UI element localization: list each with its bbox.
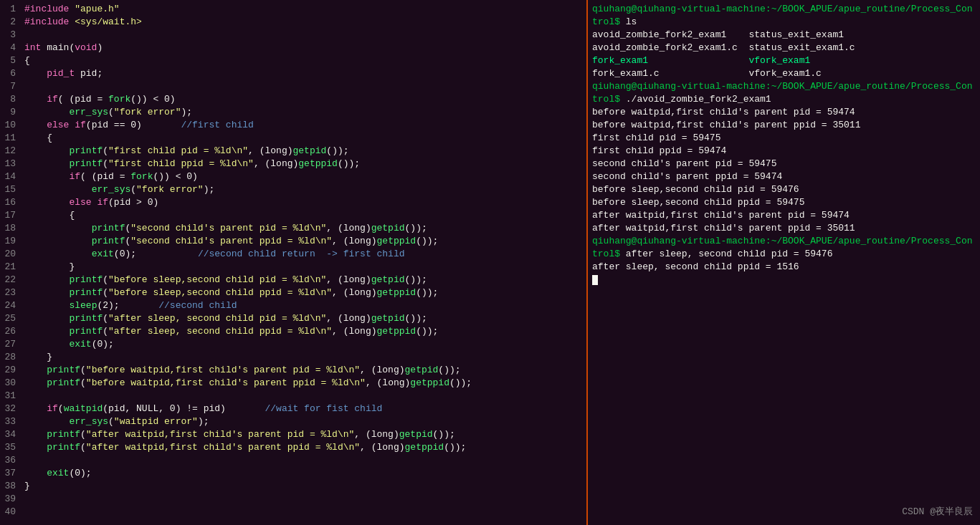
code-line: 30 printf("before waitpid,first child's … [0, 377, 586, 390]
line-number: 36 [0, 454, 22, 467]
line-content: err_sys("fork error"); [22, 106, 586, 119]
code-line: 7 [0, 80, 586, 93]
line-content: else if(pid == 0) //first child [22, 119, 586, 132]
line-number: 22 [0, 274, 22, 286]
line-content [22, 506, 586, 519]
line-number: 13 [0, 158, 22, 170]
line-content: } [22, 351, 586, 364]
code-line: 17 { [0, 209, 586, 222]
code-line: 34 printf("after waitpid,first child's p… [0, 428, 586, 441]
code-line: 29 printf("before waitpid,first child's … [0, 364, 586, 377]
line-content: #include <sys/wait.h> [22, 16, 586, 29]
line-number: 23 [0, 286, 22, 299]
line-number: 34 [0, 428, 22, 441]
line-number: 33 [0, 415, 22, 428]
line-number: 9 [0, 106, 22, 119]
line-content [22, 454, 586, 467]
line-content: printf("before sleep,second child pid = … [22, 274, 586, 286]
code-line: 35 printf("after waitpid,first child's p… [0, 441, 586, 454]
prompt-text: qiuhang@qiuhang-virtual-machine:~/BOOK_A… [592, 4, 973, 27]
line-content: err_sys("fork error"); [22, 183, 586, 196]
line-number: 39 [0, 493, 22, 506]
line-content: { [22, 209, 586, 222]
terminal-line: before waitpid,first child's parent ppid… [592, 119, 976, 132]
line-number: 27 [0, 338, 22, 351]
line-number: 10 [0, 119, 22, 132]
line-number: 6 [0, 67, 22, 80]
line-content: sleep(2); //second child [22, 299, 586, 312]
line-number: 30 [0, 377, 22, 390]
code-line: 21 } [0, 261, 586, 274]
code-line: 31 [0, 390, 586, 403]
code-line: 16 else if(pid > 0) [0, 196, 586, 209]
line-number: 31 [0, 390, 22, 403]
line-number: 32 [0, 403, 22, 415]
code-line: 3 [0, 29, 586, 42]
line-content: printf("second child's parent ppid = %ld… [22, 235, 586, 248]
line-number: 24 [0, 299, 22, 312]
line-number: 18 [0, 222, 22, 235]
terminal-line: avoid_zombie_fork2_exam1.c status_exit_e… [592, 42, 976, 54]
code-line: 38} [0, 480, 586, 493]
terminal-cursor [592, 275, 598, 285]
code-line: 2#include <sys/wait.h> [0, 16, 586, 29]
code-line: 19 printf("second child's parent ppid = … [0, 235, 586, 248]
code-line: 10 else if(pid == 0) //first child [0, 119, 586, 132]
code-line: 12 printf("first child pid = %ld\n", (lo… [0, 145, 586, 158]
code-line: 28 } [0, 351, 586, 364]
line-number: 11 [0, 132, 22, 145]
code-line: 36 [0, 454, 586, 467]
code-line: 26 printf("after sleep, second child ppi… [0, 325, 586, 338]
line-content: else if(pid > 0) [22, 196, 586, 209]
line-number: 19 [0, 235, 22, 248]
line-content: exit(0); //second child return -> first … [22, 248, 586, 261]
code-line: 14 if( (pid = fork()) < 0) [0, 170, 586, 183]
line-content [22, 29, 586, 42]
line-number: 12 [0, 145, 22, 158]
code-line: 40 [0, 506, 586, 519]
line-number: 7 [0, 80, 22, 93]
line-number: 25 [0, 312, 22, 325]
terminal: qiuhang@qiuhang-virtual-machine:~/BOOK_A… [588, 0, 980, 525]
code-line: 27 exit(0); [0, 338, 586, 351]
line-number: 14 [0, 170, 22, 183]
line-content: err_sys("waitpid error"); [22, 415, 586, 428]
terminal-line: second child's parent pid = 59475 [592, 158, 976, 170]
line-content: printf("first child pid = %ld\n", (long)… [22, 145, 586, 158]
terminal-line: fork_exam1.c vfork_exam1.c [592, 67, 976, 80]
line-number: 40 [0, 506, 22, 519]
line-number: 1 [0, 3, 22, 16]
code-line: 25 printf("after sleep, second child pid… [0, 312, 586, 325]
line-number: 38 [0, 480, 22, 493]
line-content: int main(void) [22, 42, 586, 54]
terminal-line: second child's parent ppid = 59474 [592, 170, 976, 183]
code-line: 23 printf("before sleep,second child ppi… [0, 286, 586, 299]
line-content [22, 390, 586, 403]
line-number: 21 [0, 261, 22, 274]
line-content: } [22, 480, 586, 493]
terminal-line: avoid_zombie_fork2_exam1 status_exit_exa… [592, 29, 976, 42]
terminal-line: qiuhang@qiuhang-virtual-machine:~/BOOK_A… [592, 235, 976, 261]
code-line: 33 err_sys("waitpid error"); [0, 415, 586, 428]
line-content: printf("after waitpid,first child's pare… [22, 428, 586, 441]
code-line: 20 exit(0); //second child return -> fir… [0, 248, 586, 261]
code-line: 1#include "apue.h" [0, 3, 586, 16]
line-content: if( (pid = fork()) < 0) [22, 93, 586, 106]
line-number: 37 [0, 467, 22, 480]
line-content [22, 493, 586, 506]
terminal-line: fork_exam1 vfork_exam1 [592, 54, 976, 67]
code-line: 11 { [0, 132, 586, 145]
line-number: 29 [0, 364, 22, 377]
line-number: 15 [0, 183, 22, 196]
terminal-line: first child ppid = 59474 [592, 145, 976, 158]
code-line: 24 sleep(2); //second child [0, 299, 586, 312]
code-line: 22 printf("before sleep,second child pid… [0, 274, 586, 286]
code-line: 15 err_sys("fork error"); [0, 183, 586, 196]
terminal-line: qiuhang@qiuhang-virtual-machine:~/BOOK_A… [592, 80, 976, 106]
line-content: printf("before sleep,second child ppid =… [22, 286, 586, 299]
line-content: if( (pid = fork()) < 0) [22, 170, 586, 183]
line-content: printf("after sleep, second child ppid =… [22, 325, 586, 338]
line-content: printf("second child's parent pid = %ld\… [22, 222, 586, 235]
output-text: after sleep, second child pid = 59476 [620, 249, 832, 259]
line-number: 4 [0, 42, 22, 54]
